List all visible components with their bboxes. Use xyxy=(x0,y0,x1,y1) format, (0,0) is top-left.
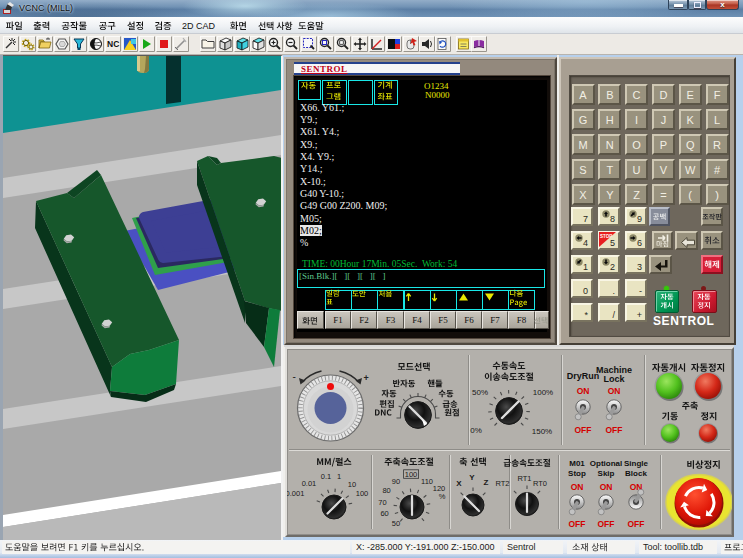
svg-text:ON: ON xyxy=(571,482,584,492)
svg-text:OFF: OFF xyxy=(598,519,615,529)
svg-text:ON: ON xyxy=(608,386,621,396)
svg-text:0.1: 0.1 xyxy=(321,472,331,481)
svg-text:Z: Z xyxy=(484,478,489,487)
svg-text:100: 100 xyxy=(405,470,418,479)
svg-text:%: % xyxy=(439,492,446,501)
svg-text:ON: ON xyxy=(600,482,613,492)
svg-text:50%: 50% xyxy=(472,388,488,397)
svg-text:OFF: OFF xyxy=(575,425,592,435)
svg-text:1: 1 xyxy=(337,472,341,481)
svg-text:70: 70 xyxy=(378,498,386,507)
svg-text:Block: Block xyxy=(625,469,647,478)
svg-text:RT2: RT2 xyxy=(495,479,509,488)
svg-text:NC: NC xyxy=(107,39,119,49)
svg-text:Lock: Lock xyxy=(603,374,625,384)
svg-text:50: 50 xyxy=(392,519,400,528)
svg-text:0%: 0% xyxy=(470,426,482,435)
svg-text:80: 80 xyxy=(382,486,390,495)
svg-text:150%: 150% xyxy=(532,427,552,436)
svg-text:RT0: RT0 xyxy=(533,479,547,488)
svg-text:90: 90 xyxy=(392,477,400,486)
svg-text:+: + xyxy=(364,373,369,383)
svg-text:-: - xyxy=(293,371,296,382)
svg-text:100%: 100% xyxy=(533,388,553,397)
svg-text:OFF: OFF xyxy=(569,519,586,529)
svg-text:Optional: Optional xyxy=(590,459,622,468)
svg-text:0.001: 0.001 xyxy=(287,489,304,498)
svg-text:ON: ON xyxy=(577,386,590,396)
svg-text:M01: M01 xyxy=(569,459,585,468)
svg-text:OFF: OFF xyxy=(606,425,623,435)
svg-text:0.01: 0.01 xyxy=(302,479,317,488)
svg-text:X: X xyxy=(456,479,462,488)
svg-text:110: 110 xyxy=(421,477,433,486)
svg-text:Single: Single xyxy=(624,459,649,468)
svg-text:100: 100 xyxy=(356,489,369,498)
svg-text:60: 60 xyxy=(380,509,388,518)
svg-text:Y: Y xyxy=(469,473,475,482)
svg-text:Stop: Stop xyxy=(568,469,586,478)
svg-text:RT1: RT1 xyxy=(517,474,531,483)
svg-text:Skip: Skip xyxy=(598,469,615,478)
svg-text:OFF: OFF xyxy=(628,519,645,529)
svg-text:10: 10 xyxy=(348,480,356,489)
svg-text:DryRun: DryRun xyxy=(567,371,600,381)
